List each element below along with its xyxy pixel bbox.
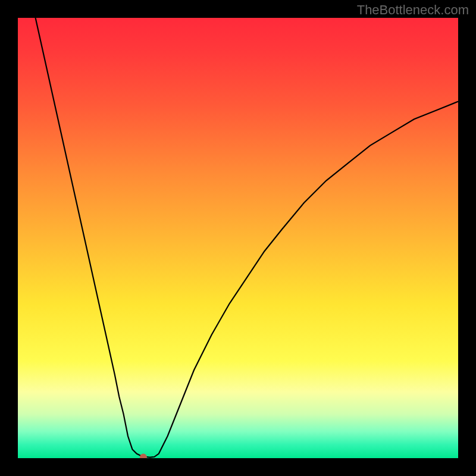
optimum-marker [140,454,147,458]
watermark-text: TheBottleneck.com [357,2,469,18]
chart-svg [18,18,458,458]
bottleneck-curve [36,18,458,458]
chart-plot-area [18,18,458,458]
